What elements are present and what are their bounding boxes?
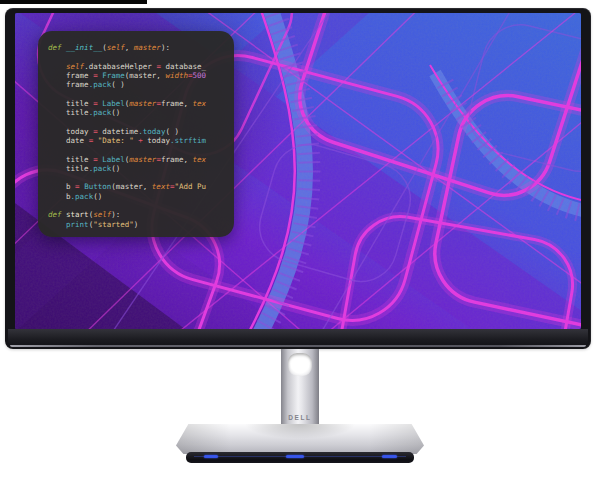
code-token: frame [48,80,89,89]
code-line [48,52,234,61]
code-line [48,145,234,154]
code-token: frame [161,155,184,164]
code-line: frame.pack( ) [48,80,234,89]
code-token: b [48,182,75,191]
code-token: tex [193,99,207,108]
code-line: b = Button(master, text="Add Pu [48,182,234,191]
code-line: print("started") [48,220,234,229]
code-snippet-panel: def __init__(self, master): self.databas… [38,31,234,237]
code-token: + [134,136,148,145]
code-token: .pack [71,192,94,201]
code-token: self [107,43,125,52]
code-token: .databaseHelper [84,62,156,71]
code-token: title [48,164,89,173]
code-token: Button [84,182,111,191]
code-line: title.pack() [48,108,234,117]
code-token: Label [102,155,125,164]
code-token: today [48,127,93,136]
led-reflection [382,455,397,458]
code-line: date = "Date: " + today.strftim [48,136,234,145]
code-token: master [129,99,156,108]
code-token: __init__ [66,43,102,52]
code-line: today = datetime.today( ) [48,127,234,136]
code-line: title.pack() [48,164,234,173]
code-token [48,220,66,229]
code-token: () [111,164,120,173]
code-token: "Add Pu [174,182,206,191]
code-line: self.databaseHelper = database_ [48,62,234,71]
code-token: b [48,192,71,201]
code-token: tex [193,155,207,164]
code-token: , [183,99,192,108]
code-token: width [165,71,188,80]
code-line [48,201,234,210]
code-line: b.pack() [48,192,234,201]
code-token: title [48,108,89,117]
code-token: = [93,127,102,136]
led-reflection [204,455,218,458]
monitor-stand-base [176,424,424,454]
monitor-screen: def __init__(self, master): self.databas… [15,13,581,329]
code-token: = [93,155,102,164]
code-token: today [147,136,170,145]
code-token: text [152,182,170,191]
code-token: ) [134,220,139,229]
code-token: "started" [93,220,134,229]
code-line: frame = Frame(master, width=500 [48,71,234,80]
code-token: .pack [89,108,112,117]
code-token [48,62,66,71]
code-token: print [66,220,89,229]
code-token: () [93,192,102,201]
code-token: date [48,136,89,145]
code-token: Frame [102,71,125,80]
dell-monitor: def __init__(self, master): self.databas… [5,8,591,349]
code-token: def [48,210,66,219]
code-token: () [111,108,120,117]
led-reflection [286,455,304,458]
code-token: ): [111,210,120,219]
code-token: datetime [102,127,138,136]
code-token: ): [161,43,170,52]
code-token: title [48,99,93,108]
cable-management-hole [288,353,312,376]
dell-logo: DELL [281,414,319,421]
code-token: .pack [89,164,112,173]
code-token: .pack [89,80,112,89]
code-token: = [93,71,102,80]
code-token: frame [48,71,93,80]
code-line: title = Label(master=frame, tex [48,155,234,164]
code-line [48,173,234,182]
code-token: , [183,155,192,164]
code-token: frame [161,99,184,108]
code-token: , [125,43,134,52]
code-token: master [129,155,156,164]
code-token: master [134,43,161,52]
monitor-chin [8,329,588,347]
code-block: def __init__(self, master): self.databas… [38,31,234,233]
code-token: = [75,182,84,191]
code-token: = [89,136,98,145]
code-token: Label [102,99,125,108]
code-token: .strftim [170,136,206,145]
stand-base-underside [186,452,414,463]
code-token: def [48,43,66,52]
code-token: .today [138,127,165,136]
code-line [48,117,234,126]
code-token: self [93,210,111,219]
code-token: ( ) [165,127,179,136]
code-token: (master, [111,182,152,191]
code-line: def __init__(self, master): [48,43,234,52]
code-token: = [93,99,102,108]
code-token: ( ) [111,80,125,89]
code-token: self [66,62,84,71]
product-photo: def __init__(self, master): self.databas… [0,0,600,480]
code-line: title = Label(master=frame, tex [48,99,234,108]
code-token: title [48,155,93,164]
code-token: "Date: " [98,136,134,145]
monitor-stand-neck: DELL [281,349,319,427]
code-line [48,89,234,98]
code-token: database_ [165,62,206,71]
code-token: 500 [193,71,207,80]
code-token: (master, [125,71,166,80]
top-artifact-strip [0,0,147,4]
